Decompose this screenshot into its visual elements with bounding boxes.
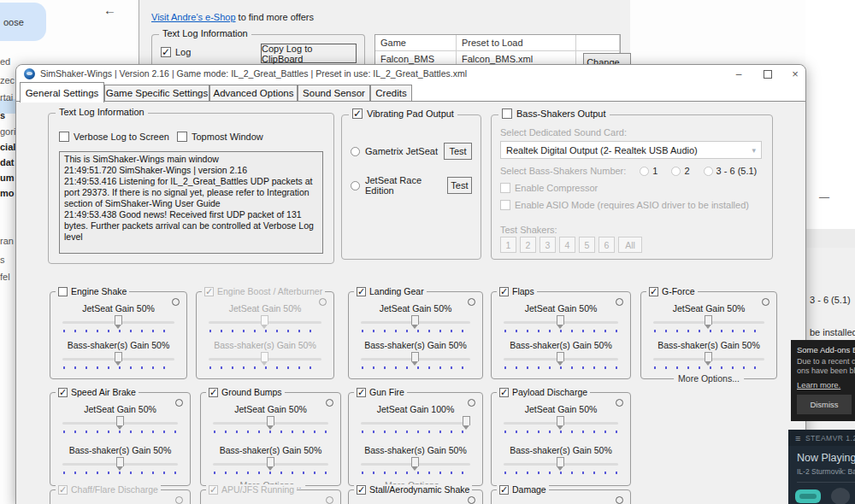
log-textbox[interactable]: This is SimShaker-Wings main window 21:4… bbox=[59, 151, 323, 254]
vr-headset-icon[interactable] bbox=[795, 489, 821, 503]
bass-gain-slider[interactable] bbox=[361, 457, 470, 471]
slider-thumb[interactable] bbox=[463, 416, 470, 425]
test-shaker-3-button[interactable]: 3 bbox=[540, 237, 556, 253]
slider-thumb[interactable] bbox=[115, 315, 122, 325]
tab-game-specific-settings[interactable]: Game Specific Settings bbox=[104, 85, 209, 102]
copy-log-button[interactable]: Copy Log to ClipBoard bbox=[261, 44, 357, 63]
gametrix-test-button[interactable]: Test bbox=[444, 143, 472, 160]
jetseat-race-radio[interactable] bbox=[351, 181, 360, 190]
jetseat-gain-slider[interactable] bbox=[209, 315, 321, 329]
jetseat-gain-slider[interactable] bbox=[361, 416, 470, 430]
shaker-2-radio[interactable] bbox=[671, 167, 681, 176]
slider-thumb[interactable] bbox=[116, 416, 124, 425]
tab-general-settings[interactable]: General Settings bbox=[20, 82, 104, 103]
minimize-button[interactable]: – bbox=[728, 67, 750, 81]
slider-thumb[interactable] bbox=[557, 416, 564, 425]
bg-minimize-icon: — bbox=[819, 191, 829, 203]
slider-thumb[interactable] bbox=[705, 352, 712, 361]
slider-thumb[interactable] bbox=[411, 457, 419, 466]
verbose-log-checkbox[interactable] bbox=[59, 132, 69, 142]
close-button[interactable]: × bbox=[784, 67, 806, 81]
jetseat-gain-slider[interactable] bbox=[62, 416, 178, 430]
slider-thumb[interactable] bbox=[115, 352, 122, 361]
test-shaker-2-button[interactable]: 2 bbox=[520, 237, 536, 253]
sound-card-dropdown[interactable]: Realtek Digital Output (2- Realtek USB A… bbox=[500, 141, 762, 159]
bass-shakers-checkbox[interactable] bbox=[502, 108, 512, 119]
learn-more-link[interactable]: Learn more. bbox=[797, 380, 840, 390]
flaps-checkbox[interactable] bbox=[499, 287, 509, 296]
shaker-number-option-1[interactable]: 1 bbox=[640, 166, 657, 176]
jetseat-gain-slider[interactable] bbox=[213, 416, 328, 430]
enable-asio-checkbox[interactable] bbox=[500, 200, 510, 210]
bass-gain-slider[interactable] bbox=[504, 457, 618, 471]
eshop-log-checkbox[interactable] bbox=[161, 47, 171, 57]
bass-gain-slider[interactable] bbox=[213, 457, 328, 471]
vibrating-pad-checkbox[interactable] bbox=[352, 108, 363, 119]
shaker-3-6-label: 3 - 6 (5.1) bbox=[716, 166, 758, 176]
topmost-window-checkbox[interactable] bbox=[177, 132, 187, 142]
slider-thumb[interactable] bbox=[557, 352, 564, 361]
slider-thumb[interactable] bbox=[557, 315, 564, 325]
test-shaker-5-button[interactable]: 5 bbox=[579, 237, 595, 253]
landing-gear-checkbox[interactable] bbox=[357, 287, 366, 296]
shaker-number-option-3-6[interactable]: 3 - 6 (5.1) bbox=[704, 166, 758, 176]
slider-thumb[interactable] bbox=[261, 352, 268, 361]
controller-icon[interactable] bbox=[831, 488, 850, 504]
shaker-1-radio[interactable] bbox=[640, 167, 649, 176]
bass-gain-slider[interactable] bbox=[653, 352, 764, 366]
shaker-3-6-radio[interactable] bbox=[704, 167, 713, 176]
g-force-checkbox[interactable] bbox=[649, 287, 658, 296]
slider-thumb[interactable] bbox=[411, 352, 419, 361]
eshop-link-line: Visit Andre's e-Shop to find more offers bbox=[151, 12, 314, 22]
slider-thumb[interactable] bbox=[705, 315, 712, 325]
sidebar-fragment: rtai bbox=[0, 92, 13, 103]
slider-thumb[interactable] bbox=[267, 416, 274, 425]
slider-thumb[interactable] bbox=[116, 457, 124, 466]
more-options-link[interactable]: More Options... bbox=[674, 373, 744, 384]
tab-sound-sensor[interactable]: Sound Sensor bbox=[298, 85, 370, 102]
test-shaker-4-button[interactable]: 4 bbox=[559, 237, 575, 253]
apu-jfs-checkbox[interactable] bbox=[209, 485, 218, 495]
dismiss-button[interactable]: Dismiss bbox=[797, 395, 852, 414]
slider-thumb[interactable] bbox=[411, 315, 419, 325]
test-shaker-1-button[interactable]: 1 bbox=[500, 237, 516, 253]
hamburger-menu-icon[interactable]: ≡ bbox=[795, 433, 801, 443]
payload-discharge-checkbox[interactable] bbox=[499, 388, 509, 397]
bass-gain-slider[interactable] bbox=[504, 352, 618, 366]
engine-shake-checkbox[interactable] bbox=[58, 287, 68, 296]
slider-thumb[interactable] bbox=[267, 457, 274, 466]
bass-gain-slider[interactable] bbox=[209, 352, 321, 366]
bass-gain-slider[interactable] bbox=[361, 352, 470, 366]
enable-compressor-checkbox[interactable] bbox=[500, 183, 510, 193]
slider-thumb[interactable] bbox=[261, 315, 268, 325]
jetseat-gain-slider[interactable] bbox=[504, 416, 618, 430]
back-arrow-icon[interactable]: ← bbox=[103, 3, 116, 17]
stall-shake-checkbox[interactable] bbox=[357, 485, 366, 495]
jetseat-gain-label: JetSeat Gain 50% bbox=[492, 404, 630, 414]
gametrix-jetseat-radio[interactable] bbox=[351, 147, 360, 156]
bass-gain-slider[interactable] bbox=[62, 457, 178, 471]
race-test-button[interactable]: Test bbox=[447, 177, 472, 194]
maximize-button[interactable] bbox=[757, 67, 779, 81]
tab-advanced-options[interactable]: Advanced Options bbox=[209, 85, 298, 102]
slider-thumb[interactable] bbox=[557, 457, 564, 466]
jetseat-gain-slider[interactable] bbox=[62, 315, 174, 329]
jetseat-gain-slider[interactable] bbox=[504, 315, 618, 329]
engine-boost-checkbox[interactable] bbox=[204, 287, 214, 296]
ground-bumps-checkbox[interactable] bbox=[209, 388, 218, 397]
tab-credits[interactable]: Credits bbox=[370, 85, 412, 102]
jetseat-gain-slider[interactable] bbox=[361, 315, 470, 329]
shaker-number-option-2[interactable]: 2 bbox=[671, 166, 689, 176]
gun-fire-checkbox[interactable] bbox=[357, 388, 366, 397]
damage-checkbox[interactable] bbox=[499, 485, 509, 495]
chaff-flare-checkbox[interactable] bbox=[58, 485, 68, 495]
jetseat-gain-slider[interactable] bbox=[653, 315, 764, 329]
enable-asio-label: Enable ASIO Mode (requires ASIO driver t… bbox=[515, 200, 749, 210]
eshop-link[interactable]: Visit Andre's e-Shop bbox=[151, 12, 236, 22]
test-shaker-6-button[interactable]: 6 bbox=[598, 237, 615, 253]
speed-air-brake-checkbox[interactable] bbox=[58, 388, 68, 397]
chevron-down-icon: ▾ bbox=[752, 146, 756, 155]
test-shaker-all-button[interactable]: All bbox=[618, 237, 642, 253]
column-empty bbox=[576, 35, 620, 51]
bass-gain-slider[interactable] bbox=[62, 352, 174, 366]
